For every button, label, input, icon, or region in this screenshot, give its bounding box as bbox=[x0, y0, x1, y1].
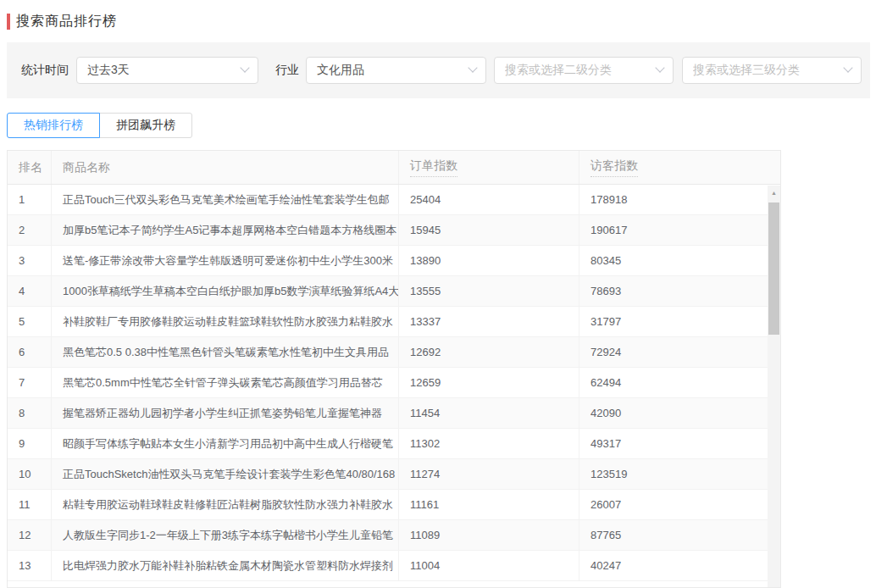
product-name-cell: 1000张草稿纸学生草稿本空白白纸护眼加厚b5数学演草纸验算纸A4大 bbox=[52, 276, 399, 306]
table-body: 1正品Touch三代双头彩色马克笔美术绘画笔手绘油性笔套装学生包邮2540417… bbox=[8, 185, 768, 588]
scrollbar-thumb[interactable] bbox=[768, 202, 779, 335]
industry-filter-label: 行业 bbox=[275, 63, 299, 78]
visitor-index-cell: 178918 bbox=[579, 185, 768, 214]
order-index-cell: 13555 bbox=[399, 276, 579, 306]
table-row-partial bbox=[8, 581, 768, 588]
product-name-cell: 正品TouchSketch油性双头马克笔手绘设计套装学生彩色笔40/80/168 bbox=[52, 459, 399, 489]
filter-bar: 统计时间 过去3天 行业 文化用品 搜索或选择二级分类 搜索或选择三级分类 bbox=[7, 42, 870, 98]
title-accent-bar bbox=[7, 14, 10, 30]
table-scrollbar[interactable]: ▲ bbox=[768, 151, 780, 587]
table-row: 8握笔器矫正器幼儿园初学者小学生纠正抓笔姿势铅笔儿童握笔神器1145442090 bbox=[8, 398, 768, 429]
rank-cell: 10 bbox=[8, 459, 52, 489]
visitor-index-cell: 31797 bbox=[579, 307, 768, 336]
time-select-value: 过去3天 bbox=[87, 63, 234, 78]
order-index-cell: 15945 bbox=[399, 215, 579, 245]
column-header-product-name: 商品名称 bbox=[52, 151, 399, 184]
ranking-tabs: 热销排行榜 拼团飙升榜 bbox=[7, 113, 192, 138]
product-name-cell: 比电焊强力胶水万能补鞋补胎粘铁金属木材陶瓷水管塑料防水焊接剂 bbox=[52, 551, 399, 580]
product-name-cell: 黑笔芯0.5mm中性笔芯全针管子弹头碳素笔芯高颜值学习用品替芯 bbox=[52, 368, 399, 397]
rank-cell: 5 bbox=[8, 307, 52, 336]
order-index-cell: 11454 bbox=[399, 398, 579, 428]
scrollbar-track[interactable]: ▲ bbox=[768, 186, 780, 587]
column-header-rank: 排名 bbox=[8, 151, 52, 184]
table-row: 3送笔-修正带涂改带大容量学生韩版透明可爱迷你初中生小学生300米1389080… bbox=[8, 246, 768, 276]
order-index-cell: 11274 bbox=[399, 459, 579, 489]
visitor-index-cell: 87765 bbox=[579, 520, 768, 550]
column-header-order-index: 订单指数 bbox=[399, 151, 579, 184]
product-name-cell: 送笔-修正带涂改带大容量学生韩版透明可爱迷你初中生小学生300米 bbox=[52, 246, 399, 275]
table-row: 5补鞋胶鞋厂专用胶修鞋胶运动鞋皮鞋篮球鞋软性防水胶强力粘鞋胶水133373179… bbox=[8, 307, 768, 337]
column-header-visitor-index: 访客指数 bbox=[579, 151, 768, 184]
chevron-down-icon bbox=[845, 64, 852, 72]
order-index-cell: 11004 bbox=[399, 551, 579, 580]
table-row: 9昭颜手写体练字帖贴本女生小清新学习用品初中高中生成人行楷硬笔113024931… bbox=[8, 429, 768, 459]
product-name-cell: 握笔器矫正器幼儿园初学者小学生纠正抓笔姿势铅笔儿童握笔神器 bbox=[52, 398, 399, 428]
thirdcategory-select-placeholder: 搜索或选择三级分类 bbox=[693, 63, 837, 78]
table-row: 2加厚b5笔记本子简约学生A5记事本超厚网格本空白错题本方格线圈本1594519… bbox=[8, 215, 768, 246]
product-name-cell: 人教版生字同步1-2一年级上下册3练字本练字帖楷书小学生儿童铅笔 bbox=[52, 520, 399, 550]
order-index-cell: 11161 bbox=[399, 490, 579, 519]
rank-cell: 12 bbox=[8, 520, 52, 550]
table-row: 41000张草稿纸学生草稿本空白白纸护眼加厚b5数学演草纸验算纸A4大13555… bbox=[8, 276, 768, 307]
order-index-cell: 12659 bbox=[399, 368, 579, 397]
chevron-down-icon bbox=[469, 64, 477, 72]
visitor-index-cell: 80345 bbox=[579, 246, 768, 275]
time-select[interactable]: 过去3天 bbox=[76, 57, 258, 84]
product-name-cell: 加厚b5笔记本子简约学生A5记事本超厚网格本空白错题本方格线圈本 bbox=[52, 215, 399, 245]
rank-cell: 11 bbox=[8, 490, 52, 519]
rank-cell: 9 bbox=[8, 429, 52, 458]
scrollbar-up-arrow-icon[interactable]: ▲ bbox=[768, 186, 780, 199]
industry-select[interactable]: 文化用品 bbox=[306, 57, 486, 84]
tab-group-buy-surge-ranking[interactable]: 拼团飙升榜 bbox=[99, 113, 192, 138]
order-index-cell: 11089 bbox=[399, 520, 579, 550]
subcategory-select-placeholder: 搜索或选择二级分类 bbox=[505, 63, 649, 78]
product-name-cell: 补鞋胶鞋厂专用胶修鞋胶运动鞋皮鞋篮球鞋软性防水胶强力粘鞋胶水 bbox=[52, 307, 399, 336]
order-index-cell: 13890 bbox=[399, 246, 579, 275]
time-filter-label: 统计时间 bbox=[21, 63, 69, 78]
visitor-index-cell: 49317 bbox=[579, 429, 768, 458]
chevron-down-icon bbox=[241, 64, 249, 72]
chevron-down-icon bbox=[657, 64, 664, 72]
table-row: 7黑笔芯0.5mm中性笔芯全针管子弹头碳素笔芯高颜值学习用品替芯12659624… bbox=[8, 368, 768, 398]
rank-cell: 4 bbox=[8, 276, 52, 306]
visitor-index-cell: 40247 bbox=[579, 551, 768, 580]
search-product-ranking-page: 搜索商品排行榜 统计时间 过去3天 行业 文化用品 搜索或选择二级分类 搜索或选… bbox=[0, 0, 876, 588]
table-row: 10正品TouchSketch油性双头马克笔手绘设计套装学生彩色笔40/80/1… bbox=[8, 459, 768, 490]
product-name-cell: 正品Touch三代双头彩色马克笔美术绘画笔手绘油性笔套装学生包邮 bbox=[52, 185, 399, 214]
product-name-cell: 粘鞋专用胶运动鞋球鞋皮鞋修鞋匠沾鞋树脂胶软性防水强力补鞋胶水 bbox=[52, 490, 399, 519]
page-title-row: 搜索商品排行榜 bbox=[0, 0, 876, 31]
thirdcategory-select[interactable]: 搜索或选择三级分类 bbox=[682, 57, 862, 84]
rank-cell: 6 bbox=[8, 337, 52, 367]
table-row: 6黑色笔芯0.5 0.38中性笔黑色针管头笔碳素笔水性笔初中生文具用品12692… bbox=[8, 337, 768, 368]
product-name-cell: 昭颜手写体练字帖贴本女生小清新学习用品初中高中生成人行楷硬笔 bbox=[52, 429, 399, 458]
order-index-cell: 12692 bbox=[399, 337, 579, 367]
product-name-cell: 黑色笔芯0.5 0.38中性笔黑色针管头笔碳素笔水性笔初中生文具用品 bbox=[52, 337, 399, 367]
rank-cell: 8 bbox=[8, 398, 52, 428]
page-title: 搜索商品排行榜 bbox=[16, 13, 117, 31]
table-row: 11粘鞋专用胶运动鞋球鞋皮鞋修鞋匠沾鞋树脂胶软性防水强力补鞋胶水11161260… bbox=[8, 490, 768, 520]
subcategory-select[interactable]: 搜索或选择二级分类 bbox=[494, 57, 674, 84]
table-row: 13比电焊强力胶水万能补鞋补胎粘铁金属木材陶瓷水管塑料防水焊接剂11004402… bbox=[8, 551, 768, 581]
visitor-index-cell: 26007 bbox=[579, 490, 768, 519]
rank-cell: 7 bbox=[8, 368, 52, 397]
ranking-table: 排名 商品名称 订单指数 访客指数 1正品Touch三代双头彩色马克笔美术绘画笔… bbox=[7, 150, 781, 588]
table-row: 1正品Touch三代双头彩色马克笔美术绘画笔手绘油性笔套装学生包邮2540417… bbox=[8, 185, 768, 215]
rank-cell: 1 bbox=[8, 185, 52, 214]
visitor-index-cell: 123519 bbox=[579, 459, 768, 489]
order-index-cell: 11302 bbox=[399, 429, 579, 458]
rank-cell: 13 bbox=[8, 551, 52, 580]
order-index-cell: 13337 bbox=[399, 307, 579, 336]
visitor-index-cell: 42090 bbox=[579, 398, 768, 428]
table-row: 12人教版生字同步1-2一年级上下册3练字本练字帖楷书小学生儿童铅笔110898… bbox=[8, 520, 768, 551]
order-index-cell: 25404 bbox=[399, 185, 579, 214]
visitor-index-cell: 62494 bbox=[579, 368, 768, 397]
scrollbar-header-corner bbox=[768, 151, 780, 185]
visitor-index-cell: 72924 bbox=[579, 337, 768, 367]
rank-cell: 2 bbox=[8, 215, 52, 245]
visitor-index-cell: 190617 bbox=[579, 215, 768, 245]
rank-cell: 3 bbox=[8, 246, 52, 275]
industry-select-value: 文化用品 bbox=[317, 63, 462, 78]
table-header-row: 排名 商品名称 订单指数 访客指数 bbox=[8, 151, 768, 185]
visitor-index-cell: 78693 bbox=[579, 276, 768, 306]
tab-hot-sale-ranking[interactable]: 热销排行榜 bbox=[7, 113, 100, 138]
